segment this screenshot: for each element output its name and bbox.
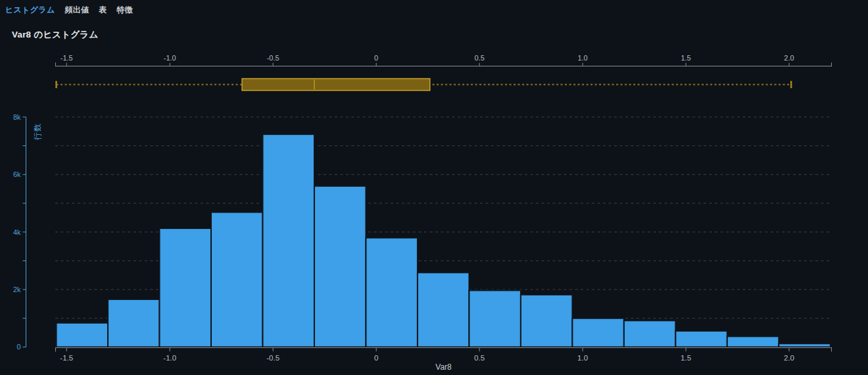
tab-bar: ヒストグラム 頻出値 表 特徴 xyxy=(5,5,133,16)
var8-histogram-chart: -1.5-1.0-0.500.51.01.52.002k4k6k8k行数-1.5… xyxy=(0,0,868,375)
x-axis-tick-label: -0.5 xyxy=(266,354,279,362)
x-axis-tick-label: -1.0 xyxy=(163,354,176,362)
top-axis-tick-label: -1.0 xyxy=(164,54,176,62)
top-axis-tick-label: 1.0 xyxy=(577,54,587,62)
x-axis-tick-label: 1.5 xyxy=(681,354,691,362)
histogram-bar[interactable] xyxy=(108,299,159,347)
x-axis-tick-label: 2.0 xyxy=(784,354,794,362)
histogram-bar[interactable] xyxy=(779,343,830,347)
histogram-bar[interactable] xyxy=(314,186,366,347)
x-axis-tick-label: 0.5 xyxy=(474,354,485,362)
top-axis-tick-label: 0 xyxy=(374,54,378,62)
top-axis-tick-label: 2.0 xyxy=(784,54,794,62)
x-axis-title: Var8 xyxy=(435,362,452,372)
histogram-bar[interactable] xyxy=(572,318,623,347)
histogram-bar[interactable] xyxy=(418,272,469,347)
top-axis: -1.5-1.0-0.500.51.01.52.0 xyxy=(55,54,832,66)
y-axis-tick-label: 4k xyxy=(13,228,21,236)
top-axis-tick-label: 1.5 xyxy=(681,54,690,62)
chart-title: Var8 のヒストグラム xyxy=(12,29,98,41)
histogram-bar[interactable] xyxy=(57,323,108,347)
tab-frequent-values[interactable]: 頻出値 xyxy=(65,5,89,16)
histogram-bar[interactable] xyxy=(469,290,520,347)
histogram-bar[interactable] xyxy=(521,295,572,347)
histogram-bar[interactable] xyxy=(211,213,262,347)
histogram-bar[interactable] xyxy=(675,331,727,347)
box-plot xyxy=(57,79,792,91)
histogram-bar[interactable] xyxy=(727,336,779,347)
y-axis-title: 行数 xyxy=(33,123,42,140)
tab-table[interactable]: 表 xyxy=(99,5,107,16)
y-axis-tick-label: 6k xyxy=(13,170,21,178)
tab-features[interactable]: 特徴 xyxy=(117,5,133,16)
y-axis-tick-label: 0 xyxy=(16,343,20,351)
histogram-bar[interactable] xyxy=(160,228,211,347)
y-axis: 02k4k6k8k行数 xyxy=(13,113,42,351)
histogram-bars xyxy=(57,134,831,347)
y-axis-tick-label: 2k xyxy=(13,286,21,293)
x-axis-tick-label: 0 xyxy=(374,354,378,362)
top-axis-tick-label: 0.5 xyxy=(474,54,484,62)
y-axis-tick-label: 8k xyxy=(13,113,21,121)
tab-histogram[interactable]: ヒストグラム xyxy=(5,5,55,16)
top-axis-tick-label: -0.5 xyxy=(267,54,279,62)
x-axis: -1.5-1.0-0.500.51.01.52.0Var8 xyxy=(55,348,832,372)
histogram-bar[interactable] xyxy=(624,320,675,347)
x-axis-tick-label: -1.5 xyxy=(60,354,73,362)
histogram-bar[interactable] xyxy=(366,238,417,347)
x-axis-tick-label: 1.0 xyxy=(577,354,588,362)
top-axis-tick-label: -1.5 xyxy=(60,54,73,62)
histogram-bar[interactable] xyxy=(262,134,314,347)
box-iqr xyxy=(242,79,430,91)
